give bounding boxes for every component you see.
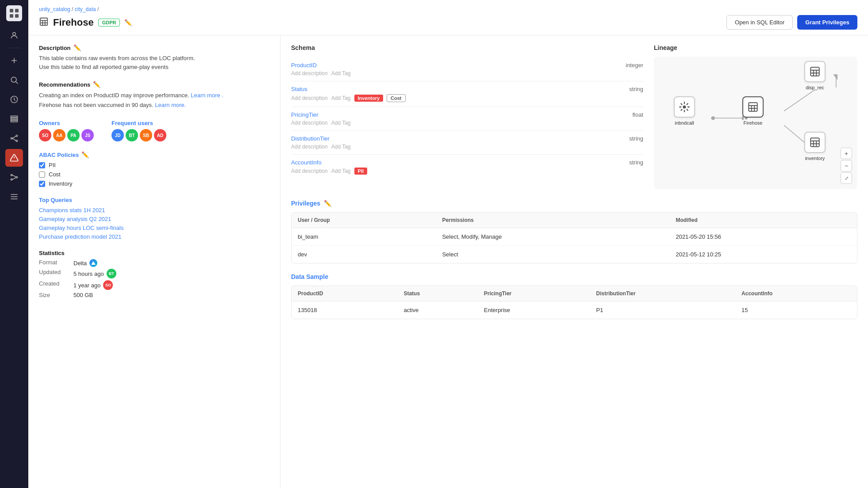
svg-line-32: [784, 90, 815, 111]
lineage-node-inventory[interactable]: inventory: [804, 132, 826, 161]
breadcrumb: unity_catalog / city_data /: [39, 6, 857, 12]
lineage-node-firehose[interactable]: Firehose: [742, 96, 764, 126]
zoom-out-button[interactable]: −: [841, 160, 852, 172]
distributiontier-add-desc[interactable]: Add description: [291, 144, 328, 150]
schema-field-pricingtier: float PricingTier Add description Add Ta…: [291, 107, 643, 131]
data-row-1: 135018 active Enterprise P1 15: [292, 301, 857, 319]
frequent-avatar-jd[interactable]: JD: [111, 129, 124, 141]
query-link-2[interactable]: Gameplay analysis Q2 2021: [39, 216, 269, 222]
description-title: Description ✏️: [39, 44, 269, 51]
left-panel: Description ✏️ This table contains raw e…: [28, 35, 280, 488]
privilege-row-bi-team: bi_team Select, Modify, Manage 2021-05-2…: [292, 228, 857, 246]
sidebar-item-profile[interactable]: [5, 27, 23, 44]
statistics-section: Statistics Format Delta Updated 5 hours …: [39, 250, 269, 298]
breadcrumb-schema[interactable]: city_data: [75, 6, 96, 12]
pricingtier-add-desc[interactable]: Add description: [291, 120, 328, 126]
accountinfo-add-tag[interactable]: Add Tag: [331, 168, 351, 174]
recommendations-section: Recommendations ✏️ Creating an index on …: [39, 81, 269, 110]
rec-learn-more-1[interactable]: Learn more .: [191, 92, 223, 99]
svg-rect-56: [810, 138, 819, 147]
owner-avatar-pa[interactable]: PA: [67, 129, 80, 141]
abac-policies: PII Cost Inventory: [39, 162, 269, 187]
sidebar-item-catalog[interactable]: [5, 110, 23, 128]
svg-rect-3: [15, 14, 19, 18]
sidebar-item-settings[interactable]: [5, 188, 23, 206]
edit-recommendations-icon[interactable]: ✏️: [93, 81, 100, 88]
productid-name[interactable]: ProductID: [291, 62, 643, 69]
accountinfo-name[interactable]: AccountInfo: [291, 159, 643, 166]
col-productid: ProductID: [292, 286, 397, 301]
status-add-tag[interactable]: Add Tag: [331, 95, 351, 101]
svg-line-21: [12, 178, 16, 179]
data-productid-1: 135018: [292, 301, 397, 319]
header-title-row: Firehose GDPR ✏️ Open in SQL Editor Gran…: [39, 15, 857, 35]
sidebar-item-lineage[interactable]: [5, 130, 23, 147]
col-pricingtier: PricingTier: [478, 286, 590, 301]
svg-point-12: [16, 140, 17, 141]
page-header: unity_catalog / city_data / Firehose GDP…: [28, 0, 868, 35]
sidebar-item-add[interactable]: [5, 52, 23, 69]
zoom-in-button[interactable]: +: [841, 148, 852, 159]
svg-line-45: [687, 103, 688, 105]
sidebar-item-history[interactable]: [5, 91, 23, 108]
owner-avatar-js[interactable]: JS: [81, 129, 94, 141]
header-actions: Open in SQL Editor Grant Privileges: [726, 15, 857, 30]
svg-rect-25: [40, 18, 48, 26]
sidebar-item-pipelines[interactable]: [5, 168, 23, 186]
edit-privileges-icon[interactable]: ✏️: [324, 200, 331, 207]
distributiontier-add-tag[interactable]: Add Tag: [331, 144, 351, 150]
query-link-4[interactable]: Purchase prediction model 2021: [39, 233, 269, 240]
abac-label-inventory: Inventory: [49, 180, 72, 187]
query-link-1[interactable]: Champions stats 1H 2021: [39, 207, 269, 214]
owners-title: Owners: [39, 120, 94, 126]
owner-avatar-aa[interactable]: AA: [53, 129, 65, 141]
owner-avatar-so[interactable]: SO: [39, 129, 51, 141]
query-link-3[interactable]: Gameplay hours LOC semi-finals: [39, 225, 269, 231]
rec-learn-more-2[interactable]: Learn more.: [155, 102, 186, 108]
frequent-avatar-sb[interactable]: SB: [140, 129, 152, 141]
pricingtier-add-tag[interactable]: Add Tag: [331, 120, 351, 126]
abac-checkbox-pii[interactable]: [39, 162, 45, 168]
pricingtier-name[interactable]: PricingTier: [291, 111, 643, 118]
abac-checkbox-cost[interactable]: [39, 172, 45, 178]
col-permissions: Permissions: [436, 213, 669, 228]
status-name[interactable]: Status: [291, 86, 643, 92]
abac-checkbox-inventory[interactable]: [39, 181, 45, 187]
inbndcall-label: inbndcall: [675, 120, 694, 126]
top-queries-section: Top Queries Champions stats 1H 2021 Game…: [39, 197, 269, 240]
edit-title-icon[interactable]: ✏️: [124, 19, 132, 26]
status-tag-inventory[interactable]: Inventory: [354, 95, 384, 102]
pricingtier-meta: Add description Add Tag: [291, 120, 643, 126]
lineage-node-inbndcall[interactable]: inbndcall: [674, 96, 695, 126]
frequent-avatar-ad[interactable]: AD: [154, 129, 166, 141]
svg-point-7: [11, 77, 16, 82]
app-logo[interactable]: [6, 5, 22, 21]
abac-policy-cost: Cost: [39, 171, 269, 178]
status-add-desc[interactable]: Add description: [291, 95, 328, 101]
disp-rec-label: disp_rec: [806, 85, 824, 90]
accountinfo-tag-pii[interactable]: PII: [354, 168, 367, 175]
productid-add-desc[interactable]: Add description: [291, 70, 328, 76]
productid-add-tag[interactable]: Add Tag: [331, 70, 351, 76]
right-panel: Schema integer ProductID Add description…: [280, 35, 868, 488]
accountinfo-add-desc[interactable]: Add description: [291, 168, 328, 174]
updated-avatar: BT: [107, 269, 116, 278]
grant-privileges-button[interactable]: Grant Privileges: [797, 15, 857, 30]
edit-abac-icon[interactable]: ✏️: [81, 151, 89, 158]
schema-field-accountinfo: string AccountInfo Add description Add T…: [291, 155, 643, 179]
distributiontier-meta: Add description Add Tag: [291, 144, 643, 150]
recommendations-text: Creating an index on ProductID may impro…: [39, 91, 269, 110]
edit-description-icon[interactable]: ✏️: [73, 44, 81, 51]
distributiontier-name[interactable]: DistributionTier: [291, 135, 643, 142]
expand-button[interactable]: ⤢: [841, 172, 852, 184]
open-sql-button[interactable]: Open in SQL Editor: [726, 15, 793, 30]
sidebar-item-search[interactable]: [5, 71, 23, 89]
sidebar-item-alerts[interactable]: [5, 149, 23, 167]
svg-line-14: [12, 138, 16, 141]
lineage-canvas: inbndcall: [654, 57, 857, 189]
breadcrumb-catalog[interactable]: unity_catalog: [39, 6, 70, 12]
lineage-node-disp-rec[interactable]: disp_rec: [804, 61, 826, 90]
status-tag-cost[interactable]: Cost: [387, 94, 405, 102]
col-modified: Modified: [669, 213, 857, 228]
frequent-avatar-bt[interactable]: BT: [126, 129, 138, 141]
